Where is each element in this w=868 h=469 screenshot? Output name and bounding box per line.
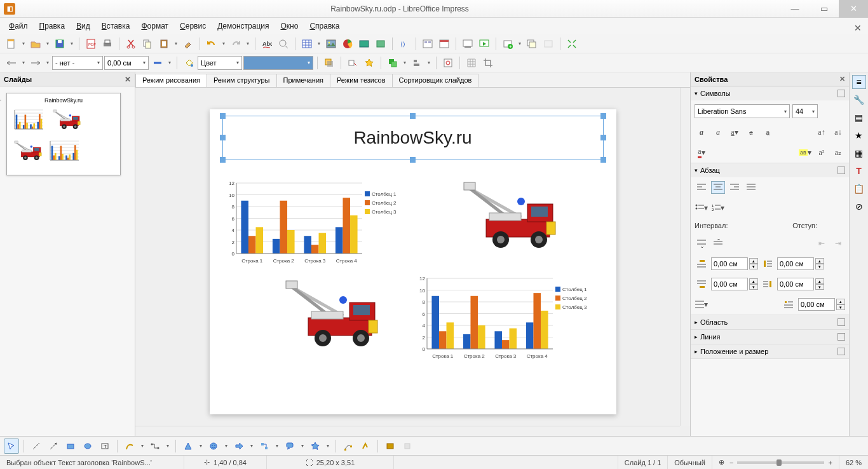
export-pdf-icon[interactable]: PDF [83,36,98,51]
spin-up-icon[interactable]: ▴ [836,299,845,304]
settings-tab-icon[interactable]: 🔧 [852,93,866,107]
callout-icon[interactable] [282,438,297,454]
section-paragraph-header[interactable]: ▾Абзац [691,163,849,177]
cut-icon[interactable] [123,36,139,51]
font-color-icon[interactable]: a▾ [695,146,709,159]
font-size-combo[interactable]: 44▾ [792,104,818,118]
section-options-icon[interactable] [837,318,845,326]
basic-shapes-icon[interactable] [180,438,196,454]
slide-layout-icon[interactable] [420,36,435,51]
spin-down-icon[interactable]: ▾ [749,264,758,269]
horizontal-scrollbar[interactable] [135,426,680,436]
align-right-icon[interactable] [728,181,742,194]
first-line-icon[interactable] [782,298,796,311]
spin-down-icon[interactable]: ▾ [815,284,824,290]
copy-icon[interactable] [140,36,155,51]
slide-panel-close-icon[interactable]: ✕ [125,75,131,84]
bullets-icon[interactable]: ▾ [695,201,709,214]
below-para-spinner[interactable]: ▴▾ [711,278,758,290]
below-para-input[interactable] [711,278,748,290]
clipboard-tab-icon[interactable]: 📋 [852,182,866,196]
menu-tools[interactable]: Сервис [175,20,211,32]
autospell-icon[interactable] [276,36,291,51]
start-slideshow1-icon[interactable] [460,36,475,51]
sidebar-close-icon[interactable]: ✕ [839,75,845,83]
section-options-icon[interactable] [837,90,845,97]
after-text-spinner[interactable]: ▴▾ [777,278,824,290]
section-area-header[interactable]: ▸Область [691,315,849,329]
menu-file[interactable]: Файл [4,20,33,32]
duplicate-slide-icon[interactable] [524,36,539,51]
align-justify-icon[interactable] [744,181,758,194]
resize-handle[interactable] [600,113,606,119]
arrange-dropdown[interactable]: ▾ [402,60,408,65]
curve-tool-icon[interactable] [122,438,137,454]
spellcheck-icon[interactable]: Abc [259,36,275,51]
rectangle-tool-icon[interactable] [63,438,78,454]
arrow-end-dropdown[interactable]: ▾ [44,60,51,65]
fill-type-combo[interactable]: Цвет▾ [198,56,242,70]
section-options-icon[interactable] [837,167,845,174]
save-dropdown[interactable]: ▾ [69,41,75,46]
line-color-dropdown[interactable]: ▾ [166,60,173,65]
resize-handle[interactable] [600,135,606,140]
superscript-icon[interactable]: a² [815,146,829,159]
align-center-icon[interactable] [711,181,725,194]
image-object-truck-2[interactable] [273,275,381,351]
chart-object-1[interactable]: 024681012Строка 1Строка 2Строка 3Строка … [222,179,407,265]
zoom-in-icon[interactable]: + [828,459,832,466]
arrow-start-dropdown[interactable]: ▾ [20,60,27,65]
symbol-shapes-icon[interactable] [206,438,221,454]
resize-handle[interactable] [220,135,226,140]
decrease-indent-icon[interactable]: ⇤ [815,237,829,250]
zoom-slider[interactable] [737,461,824,464]
chart-icon[interactable] [340,36,355,51]
table-dropdown[interactable]: ▾ [316,41,322,46]
navigator-icon[interactable] [440,55,456,71]
increase-indent-icon[interactable]: ⇥ [831,237,845,250]
above-para-icon[interactable] [695,257,709,270]
before-text-spinner[interactable]: ▴▾ [777,257,824,270]
tab-notes[interactable]: Примечания [276,74,331,87]
select-tool-icon[interactable] [4,438,19,454]
ellipse-tool-icon[interactable] [80,438,95,454]
properties-tab-icon[interactable]: ≡ [852,75,866,89]
print-icon[interactable] [100,36,115,51]
new-dropdown[interactable]: ▾ [20,41,27,46]
menu-help[interactable]: Справка [304,20,344,32]
new-slide-icon[interactable]: + [500,36,515,51]
section-options-icon[interactable] [837,348,845,355]
open-dropdown[interactable]: ▾ [44,41,51,46]
spin-down-icon[interactable]: ▾ [749,284,758,290]
block-arrows-dropdown[interactable]: ▾ [248,443,255,449]
new-slide-dropdown[interactable]: ▾ [517,41,523,46]
zoom-out-icon[interactable]: − [729,459,733,466]
line-style-combo[interactable]: - нет -▾ [52,56,103,70]
close-button[interactable]: ✕ [839,0,868,18]
menu-view[interactable]: Вид [71,20,95,32]
vertical-scrollbar[interactable] [680,88,690,426]
edit-points-icon[interactable] [341,438,356,454]
textbox-tool-icon[interactable]: T [97,438,112,454]
connector-dropdown[interactable]: ▾ [165,443,171,449]
after-text-input[interactable] [777,278,814,290]
stars-dropdown[interactable]: ▾ [325,443,331,449]
navigator-tab-icon[interactable]: ▦ [852,146,866,160]
before-text-input[interactable] [777,257,814,270]
stars-icon[interactable] [308,438,323,454]
line-tool-icon[interactable] [29,438,44,454]
subscript-icon[interactable]: a₂ [831,146,845,159]
image-object-truck-1[interactable] [451,176,559,252]
line-spacing-icon[interactable]: ▾ [695,298,709,311]
menu-edit[interactable]: Правка [34,20,71,32]
gluepoints-icon[interactable] [358,438,373,454]
arrow-start-icon[interactable] [4,55,19,71]
flowchart-icon[interactable] [257,438,272,454]
section-options-icon[interactable] [837,333,845,341]
decrease-font-icon[interactable]: a↓ [831,126,845,139]
above-para-spinner[interactable]: ▴▾ [711,257,758,270]
symbol-shapes-dropdown[interactable]: ▾ [223,443,229,449]
spin-up-icon[interactable]: ▴ [815,258,824,264]
new-icon[interactable] [4,36,19,51]
curve-dropdown[interactable]: ▾ [139,443,146,449]
